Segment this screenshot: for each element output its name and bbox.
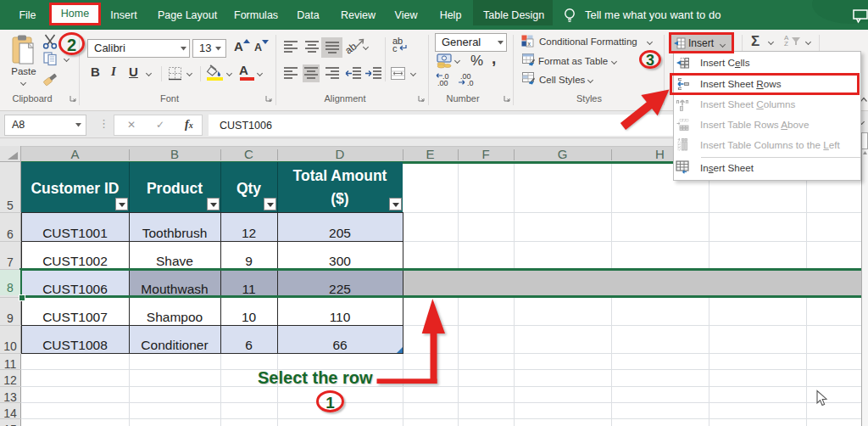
svg-text:x: x xyxy=(528,41,531,47)
